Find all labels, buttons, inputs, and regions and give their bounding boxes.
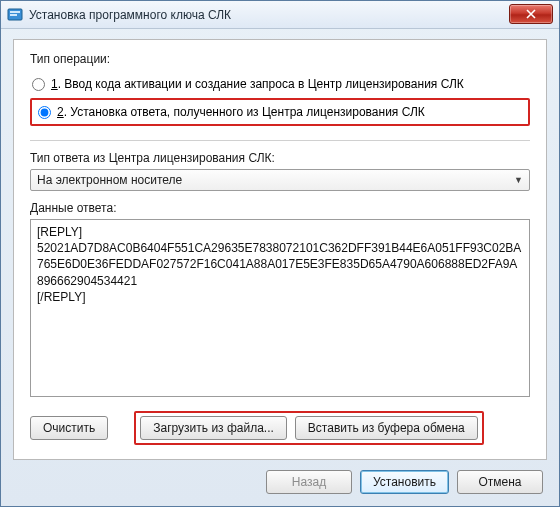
clear-button[interactable]: Очистить xyxy=(30,416,108,440)
divider xyxy=(30,140,530,141)
dialog-window: Установка программного ключа СЛК Тип опе… xyxy=(0,0,560,507)
titlebar: Установка программного ключа СЛК xyxy=(1,1,559,29)
highlight-option-2: 2. Установка ответа, полученного из Цент… xyxy=(30,98,530,126)
install-button[interactable]: Установить xyxy=(360,470,449,494)
response-type-dropdown[interactable]: На электронном носителе ▼ xyxy=(30,169,530,191)
cancel-button[interactable]: Отмена xyxy=(457,470,543,494)
radio-option-1-label: 1. Ввод кода активации и создание запрос… xyxy=(51,77,464,91)
back-button[interactable]: Назад xyxy=(266,470,352,494)
main-panel: Тип операции: 1. Ввод кода активации и с… xyxy=(13,39,547,460)
load-from-file-button[interactable]: Загрузить из файла... xyxy=(140,416,287,440)
radio-option-1[interactable] xyxy=(32,78,45,91)
paste-from-clipboard-button[interactable]: Вставить из буфера обмена xyxy=(295,416,478,440)
window-title: Установка программного ключа СЛК xyxy=(29,8,231,22)
response-data-label: Данные ответа: xyxy=(30,201,530,215)
chevron-down-icon: ▼ xyxy=(514,175,523,185)
operation-option-1[interactable]: 1. Ввод кода активации и создание запрос… xyxy=(30,74,530,94)
footer-button-row: Назад Установить Отмена xyxy=(13,460,547,496)
operation-type-label: Тип операции: xyxy=(30,52,530,66)
highlight-load-buttons: Загрузить из файла... Вставить из буфера… xyxy=(134,411,484,445)
svg-rect-1 xyxy=(10,11,20,13)
app-icon xyxy=(7,7,23,23)
panel-button-row: Очистить Загрузить из файла... Вставить … xyxy=(30,411,530,445)
response-type-label: Тип ответа из Центра лицензирования СЛК: xyxy=(30,151,530,165)
radio-option-2[interactable] xyxy=(38,106,51,119)
svg-rect-2 xyxy=(10,14,17,16)
response-data-textarea[interactable] xyxy=(30,219,530,397)
response-type-selected: На электронном носителе xyxy=(37,173,182,187)
operation-option-2[interactable]: 2. Установка ответа, полученного из Цент… xyxy=(36,102,524,122)
client-area: Тип операции: 1. Ввод кода активации и с… xyxy=(1,29,559,506)
close-button[interactable] xyxy=(509,4,553,24)
radio-option-2-label: 2. Установка ответа, полученного из Цент… xyxy=(57,105,425,119)
